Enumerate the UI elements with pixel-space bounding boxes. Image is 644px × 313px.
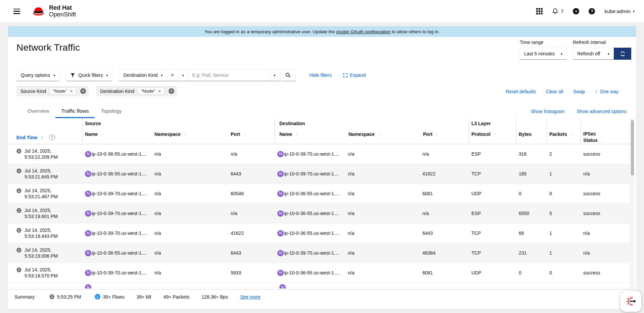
table-row[interactable]: Jul 14, 2025,5:53:18.570 PM N ip-10-0-39…	[8, 263, 630, 283]
table-row[interactable]: Jul 14, 2025,5:53:19.443 PM N ip-10-0-39…	[8, 223, 630, 243]
table-row-partial[interactable]: NN	[8, 283, 630, 288]
filter-value-input[interactable]	[192, 72, 266, 78]
end-time-cell: Jul 14, 2025,5:53:19.443 PM	[25, 227, 58, 239]
chip-remove-icon[interactable]: ✕	[70, 89, 73, 94]
column-header-end-time[interactable]: End Time ↑ ?	[8, 132, 82, 144]
table-row[interactable]: Jul 14, 2025,5:53:22.209 PM N ip-10-0-36…	[8, 144, 630, 164]
globe-icon	[16, 248, 21, 253]
lightspeed-icon	[625, 296, 637, 307]
dest-name-cell[interactable]: N ip-10-0-36-55.us-west-1....	[275, 204, 345, 223]
dest-namespace-cell: n/a	[345, 223, 420, 243]
swap-link[interactable]: Swap	[573, 89, 585, 94]
one-way-link[interactable]: ↑ One way	[595, 89, 618, 94]
dest-name-cell[interactable]: N ip-10-0-39-70.us-west-1....	[275, 164, 345, 184]
table-row[interactable]: Jul 14, 2025,5:53:19.601 PM N ip-10-0-39…	[8, 204, 630, 223]
refresh-button[interactable]	[614, 48, 631, 60]
column-header-dest-port[interactable]: Port↕	[420, 132, 469, 144]
page-title: Network Traffic	[16, 42, 80, 53]
oauth-config-link[interactable]: cluster OAuth configuration	[336, 29, 391, 34]
summary-flows-value: 35+ Flows	[103, 294, 125, 300]
dest-name-cell[interactable]: N ip-10-0-36-55.us-west-1....	[275, 223, 345, 243]
help-button[interactable]: ?	[589, 8, 595, 14]
col-label: Protocol	[471, 132, 491, 137]
scrollbar-thumb[interactable]	[631, 120, 634, 175]
dest-name-cell[interactable]: N ip-10-0-39-70.us-west-1....	[275, 144, 345, 164]
column-header-source-port[interactable]: Port↕	[228, 132, 275, 144]
tab-overview[interactable]: Overview	[21, 105, 55, 118]
table-row[interactable]: Jul 14, 2025,5:53:19.006 PM N ip-10-0-36…	[8, 243, 630, 263]
dest-port-cell: 6081	[420, 184, 469, 203]
dest-port-cell: 6081	[420, 263, 469, 282]
dest-name-cell[interactable]: N ip-10-0-36-55.us-west-1....	[275, 184, 345, 203]
dest-namespace-cell: n/a	[345, 184, 420, 203]
help-icon[interactable]: ?	[49, 135, 55, 140]
chip-group-remove-icon[interactable]: ✕	[80, 88, 86, 94]
column-header-packets[interactable]: Packets↕	[547, 132, 581, 144]
column-header-protocol[interactable]: Protocol↕	[469, 132, 516, 144]
end-time-cell: Jul 14, 2025,5:53:19.601 PM	[25, 207, 58, 219]
dest-name-cell[interactable]: N ip-10-0-39-70.us-west-1....	[275, 243, 345, 263]
app-launcher-button[interactable]	[536, 8, 543, 14]
packets-cell: 5	[547, 204, 581, 223]
source-name-cell[interactable]: N ip-10-0-36-55.us-west-1....	[82, 164, 152, 184]
globe-icon	[16, 149, 21, 154]
search-button[interactable]	[281, 69, 295, 81]
masthead: Red Hat OpenShift 7 + ? kube:admin ▾	[0, 0, 644, 23]
node-badge: N	[277, 171, 284, 177]
source-name-cell[interactable]: N ip-10-0-39-70.us-west-1....	[82, 204, 152, 223]
source-name-cell[interactable]: N ip-10-0-36-55.us-west-1....	[82, 243, 152, 263]
globe-icon	[16, 168, 21, 173]
end-time-label: End Time	[16, 135, 38, 140]
expand-link[interactable]: Expand	[343, 72, 366, 78]
sort-asc-icon: ↑	[41, 135, 43, 140]
show-histogram-link[interactable]: Show histogram	[531, 109, 564, 114]
see-more-link[interactable]: See more	[240, 294, 261, 300]
col-label: Packets	[549, 132, 567, 137]
info-icon[interactable]: i	[95, 294, 100, 300]
filter-chip: "Node" ✕	[138, 88, 165, 95]
globe-icon	[16, 188, 21, 193]
source-port-cell: 41622	[228, 223, 275, 243]
group-header-destination: Destination	[279, 121, 305, 126]
hide-filters-link[interactable]: Hide filters	[310, 72, 332, 78]
lightspeed-assistant-button[interactable]	[620, 291, 641, 312]
nav-menu-icon[interactable]	[13, 9, 20, 14]
column-header-dest-namespace[interactable]: Namespace↕	[345, 132, 420, 144]
bytes-cell: 231	[516, 243, 547, 263]
reset-defaults-link[interactable]: Reset defaults	[506, 89, 536, 94]
add-button[interactable]: +	[573, 8, 579, 14]
notifications-button[interactable]: 7	[552, 8, 563, 14]
quick-filters-dropdown[interactable]: Quick filters ▾	[66, 69, 112, 81]
clear-all-link[interactable]: Clear all	[546, 89, 563, 94]
refresh-interval-select[interactable]: Refresh off ▾	[573, 48, 614, 60]
table-scrollbar[interactable]	[630, 118, 634, 289]
filter-column-dropdown[interactable]: Destination Kind ▾	[119, 69, 167, 81]
chip-remove-icon[interactable]: ✕	[158, 89, 161, 94]
chip-group-remove-icon[interactable]: ✕	[169, 88, 174, 94]
autocomplete-dropdown[interactable]: ▾	[270, 69, 280, 81]
source-name-cell[interactable]: N ip-10-0-39-70.us-west-1....	[82, 223, 152, 243]
table-row[interactable]: Jul 14, 2025,5:53:21.645 PM N ip-10-0-36…	[8, 164, 630, 184]
col-label: Port	[231, 132, 240, 137]
operator-dropdown[interactable]: ▾	[178, 69, 188, 81]
summary-time-value: 5:53:25 PM	[57, 294, 81, 300]
time-range-select[interactable]: Last 5 minutes ▾	[520, 48, 567, 60]
column-header-ipsec-status[interactable]: IPSecStatus ↕	[581, 132, 630, 144]
tab-traffic-flows[interactable]: Traffic flows	[55, 105, 95, 118]
tab-topology[interactable]: Topology	[95, 105, 128, 118]
user-menu[interactable]: kube:admin ▾	[604, 8, 635, 14]
column-header-bytes[interactable]: Bytes↕	[516, 132, 547, 144]
source-name-cell[interactable]: N ip-10-0-39-70.us-west-1....	[82, 263, 152, 282]
column-header-source-name[interactable]: Name↕	[82, 132, 152, 144]
show-advanced-options-link[interactable]: Show advanced options	[577, 109, 627, 114]
column-header-dest-name[interactable]: Name↕	[275, 132, 345, 144]
column-header-source-namespace[interactable]: Namespace↕	[152, 132, 228, 144]
chevron-down-icon: ▾	[633, 9, 635, 13]
query-options-dropdown[interactable]: Query options ▾	[16, 69, 59, 81]
source-name-cell[interactable]: N ip-10-0-36-55.us-west-1....	[82, 144, 152, 164]
filter-column-label: Destination Kind	[123, 72, 157, 78]
source-name-cell[interactable]: N ip-10-0-39-70.us-west-1....	[82, 184, 152, 203]
table-row[interactable]: Jul 14, 2025,5:53:21.467 PM N ip-10-0-39…	[8, 184, 630, 204]
dest-name-cell[interactable]: N ip-10-0-36-55.us-west-1....	[275, 263, 345, 282]
chevron-down-icon: ▾	[161, 73, 163, 77]
